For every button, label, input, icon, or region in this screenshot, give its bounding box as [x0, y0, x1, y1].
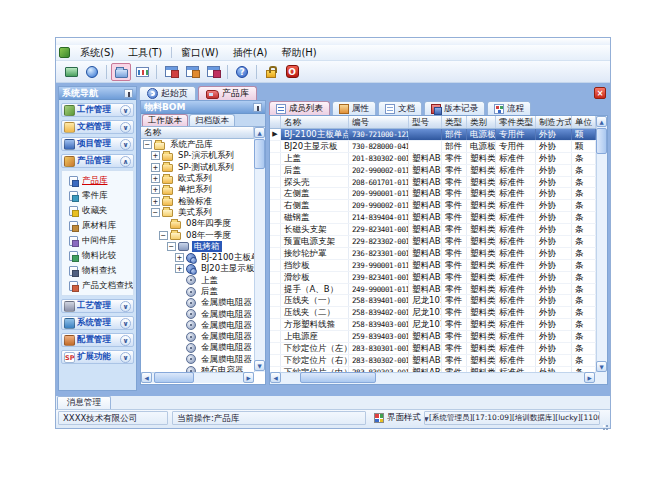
table-row[interactable]: 后盖202-990002-01I塑料ABS零件塑料类标准件外协条 [270, 165, 596, 177]
tree-item[interactable]: 金属膜电阻器 [141, 354, 254, 365]
sidebar-section-3[interactable]: 产品管理∧ [61, 154, 134, 168]
tree-expander[interactable]: + [151, 185, 160, 194]
scroll-up-icon[interactable] [254, 127, 265, 138]
scroll-right-icon[interactable] [584, 372, 595, 383]
table-row[interactable]: 接纱轮护罩236-823301-00I塑料ABS零件塑料类标准件外协条 [270, 248, 596, 260]
tree-hscrollbar-thumb[interactable] [154, 372, 194, 383]
tree-item[interactable]: 独石电容器 [141, 365, 254, 372]
column-header-7[interactable]: 制造方式 [536, 116, 572, 128]
tree-item[interactable]: 金属膜电阻器 [141, 331, 254, 342]
lock-button[interactable] [261, 63, 281, 81]
column-header-8[interactable]: 单位 [572, 116, 596, 128]
doc-tab-1[interactable]: 产品库 [198, 86, 257, 100]
sidebar-section-6[interactable]: 配置管理∨ [61, 333, 134, 347]
table-row[interactable]: 预置电源支架229-823302-00I塑料ABS零件塑料类标准件外协条 [270, 236, 596, 248]
section-toggle-icon[interactable]: ∨ [120, 122, 131, 133]
table-row[interactable]: BJ20主显示板730-828000-04I部件电源板专用件外协颗 [270, 141, 596, 153]
column-header-3[interactable]: 型号 [409, 116, 442, 128]
tree-item[interactable]: +SP-测试机系列 [141, 162, 254, 173]
sidebar-item-4[interactable]: 中间件库 [62, 233, 133, 248]
pin-icon[interactable] [253, 103, 262, 112]
section-toggle-icon[interactable]: ∨ [120, 318, 131, 329]
grid-button[interactable] [161, 63, 181, 81]
column-header-5[interactable]: 类别 [467, 116, 496, 128]
help-button[interactable]: ? [232, 63, 252, 81]
table-row[interactable]: 上电源座259-839403-00I塑料ABS零件塑料类标准件外协条 [270, 331, 596, 343]
message-manager-tab[interactable]: 消息管理 [57, 396, 111, 409]
column-header-2[interactable]: 编号 [349, 116, 409, 128]
table-row[interactable]: 上盖201-830302-00I塑料ABS零件塑料类标准件外协条 [270, 153, 596, 165]
chart-button[interactable] [132, 63, 152, 81]
scroll-right-icon[interactable] [243, 372, 254, 383]
tree-item[interactable]: −08年一季度 [141, 229, 254, 240]
tree-item[interactable]: 金属膜电阻器 [141, 320, 254, 331]
table-row[interactable]: 磁钢盖214-839404-01I塑料ABS零件塑料类标准件外协条 [270, 212, 596, 224]
menu-item-1[interactable]: 工具(T) [121, 45, 169, 61]
table-row[interactable]: 左侧盖209-990001-01I塑料ABS零件塑料类标准件外协条 [270, 188, 596, 200]
content-tab-1[interactable]: 属性 [332, 101, 376, 115]
tree-expander[interactable]: + [151, 174, 160, 183]
table-row[interactable]: 下纱定位片（左）283-830301-00I塑料ABS零件塑料类标准件外协条 [270, 343, 596, 355]
table-vertical-scrollbar[interactable] [596, 116, 607, 372]
tree-item[interactable]: +BJ20主显示板 [141, 263, 254, 274]
grid-button[interactable] [203, 63, 223, 81]
sidebar-item-5[interactable]: 物料比较 [62, 248, 133, 263]
bom-tab-0[interactable]: 工作版本 [142, 114, 188, 126]
sidebar-section-2[interactable]: 项目管理∨ [61, 137, 134, 151]
tree-item[interactable]: 08年四季度 [141, 218, 254, 229]
close-tab-button[interactable]: × [594, 87, 606, 99]
scroll-down-icon[interactable] [596, 361, 607, 372]
scroll-down-icon[interactable] [254, 360, 265, 371]
sidebar-item-6[interactable]: 物料查找 [62, 263, 133, 278]
tree-item[interactable]: −系统产品库 [141, 139, 254, 150]
sidebar-item-0[interactable]: 产品库 [62, 173, 133, 188]
sidebar-section-5[interactable]: 系统管理∨ [61, 316, 134, 330]
scroll-left-icon[interactable] [270, 372, 281, 383]
tree-expander[interactable]: − [143, 140, 152, 149]
tree-expander[interactable]: + [151, 151, 160, 160]
table-row[interactable]: 提手（A、B）249-990001-01I塑料ABS零件塑料类标准件外协条 [270, 284, 596, 296]
logout-button[interactable]: O [282, 63, 302, 81]
column-header-0[interactable] [270, 116, 281, 128]
tree-item[interactable]: 金属膜电阻器 [141, 297, 254, 308]
tree-expander[interactable]: + [175, 253, 184, 262]
globe-button[interactable] [82, 63, 102, 81]
tree-expander[interactable]: + [151, 197, 160, 206]
column-header-1[interactable]: 名称 [281, 116, 349, 128]
sidebar-item-2[interactable]: 收藏夹 [62, 203, 133, 218]
section-toggle-icon[interactable]: ∧ [120, 156, 131, 167]
bom-tab-1[interactable]: 归档版本 [189, 114, 235, 126]
tree-item[interactable]: −电烤箱 [141, 241, 254, 252]
folder-button[interactable] [111, 63, 131, 81]
menu-item-3[interactable]: 插件(A) [226, 45, 275, 61]
content-tab-2[interactable]: 文档 [378, 101, 422, 115]
column-header-4[interactable]: 类型 [442, 116, 467, 128]
tree-item[interactable]: +SP-演示机系列 [141, 150, 254, 161]
content-tab-3[interactable]: 版本记录 [424, 101, 485, 115]
resize-grip[interactable] [600, 420, 608, 427]
sidebar-section-4[interactable]: 工艺管理∨ [61, 299, 134, 313]
table-hscrollbar-thumb[interactable] [300, 372, 376, 383]
table-row[interactable]: 压线夹（二）258-839402-00I尼龙1010零件塑料类标准件外协条 [270, 307, 596, 319]
tree-item[interactable]: 金属膜电阻器 [141, 308, 254, 319]
table-row[interactable]: 挡纱板239-990001-01I塑料ABS零件塑料类标准件外协条 [270, 260, 596, 272]
section-toggle-icon[interactable]: ∨ [120, 301, 131, 312]
sidebar-item-3[interactable]: 原材料库 [62, 218, 133, 233]
table-row[interactable]: 下纱定位片（右）283-830302-00I塑料ABS零件塑料类标准件外协条 [270, 355, 596, 367]
column-header-6[interactable]: 零件类型 [496, 116, 536, 128]
tree-expander[interactable]: + [175, 264, 184, 273]
menu-item-2[interactable]: 窗口(W) [174, 45, 226, 61]
tree-expander[interactable]: − [159, 231, 168, 240]
scroll-up-icon[interactable] [596, 116, 607, 127]
tree-item[interactable]: +检验标准 [141, 195, 254, 206]
sidebar-section-7[interactable]: SP扩展功能∨ [61, 350, 134, 364]
content-tab-4[interactable]: 流程 [487, 101, 531, 115]
monitor-button[interactable] [61, 63, 81, 81]
section-toggle-icon[interactable]: ∨ [120, 335, 131, 346]
tree-expander[interactable]: − [151, 208, 160, 217]
tree-expander[interactable]: + [151, 163, 160, 172]
tree-item[interactable]: −美式系列 [141, 207, 254, 218]
tree-scrollbar-thumb[interactable] [254, 139, 265, 169]
tree-item[interactable]: +单把系列 [141, 184, 254, 195]
table-row[interactable]: 压线夹（一）258-839401-00I尼龙1010零件塑料类标准件外协条 [270, 295, 596, 307]
